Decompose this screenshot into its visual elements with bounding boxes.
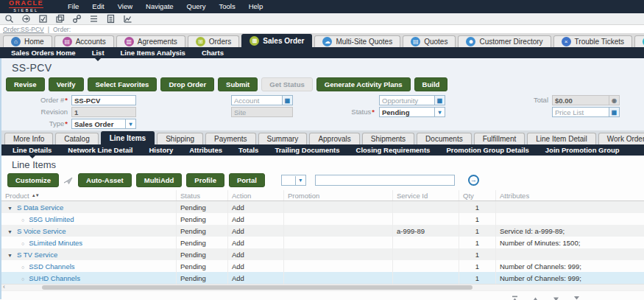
tab-line-items[interactable]: Line Items	[101, 131, 155, 144]
horizontal-scrollbar[interactable]: ‹	[1, 284, 644, 290]
nav-history[interactable]: History	[141, 144, 182, 156]
product-link[interactable]: SSD Channels	[29, 262, 74, 271]
nav-list[interactable]: List	[84, 47, 113, 58]
breadcrumb-order-link[interactable]: Order:SS-PCV	[3, 26, 44, 33]
next-record-icon[interactable]	[552, 296, 560, 300]
drop-order-button[interactable]: Drop Order	[160, 77, 214, 91]
tab-overflow[interactable]: →	[634, 35, 644, 47]
tab-payments[interactable]: Payments	[205, 133, 255, 144]
tab-sales-order[interactable]: ⊞Sales Order	[241, 34, 312, 47]
tab-documents[interactable]: Documents	[417, 133, 472, 144]
tab-summary[interactable]: Summary	[258, 133, 308, 144]
menu-help[interactable]: Help	[242, 0, 270, 13]
build-button[interactable]: Build	[414, 77, 448, 91]
expand-icon[interactable]	[5, 203, 17, 212]
nav-join-promotion-group[interactable]: Join Promotion Group	[537, 144, 628, 156]
price-list-field[interactable]: Price List	[552, 107, 620, 117]
chart-icon[interactable]	[123, 14, 132, 24]
menu-navigate[interactable]: Navigate	[139, 0, 180, 13]
account-field[interactable]: Account	[231, 95, 293, 105]
table-row[interactable]: SSD Channels Pending Add 1 Number of Cha…	[1, 260, 644, 272]
multiadd-button[interactable]: MultiAdd	[136, 173, 183, 187]
query-value-input[interactable]	[315, 175, 455, 186]
go-icon[interactable]	[21, 14, 31, 24]
product-link[interactable]: SUHD Channels	[29, 274, 80, 282]
tab-quotes[interactable]: ▤Quotes	[403, 35, 456, 47]
previous-record-icon[interactable]	[531, 296, 539, 300]
menu-file[interactable]: File	[61, 0, 85, 13]
copy-icon[interactable]	[55, 14, 65, 24]
column-status[interactable]: Status	[177, 190, 228, 200]
link-icon[interactable]	[72, 14, 82, 24]
opportunity-field[interactable]: Opportunity	[379, 95, 445, 105]
pick-icon[interactable]	[282, 96, 292, 105]
tab-fulfillment[interactable]: Fulfillment	[474, 133, 526, 144]
column-product[interactable]: Product▲▼	[1, 190, 177, 200]
pick-icon[interactable]	[434, 96, 445, 105]
product-link[interactable]: S Voice Service	[17, 227, 66, 235]
product-link[interactable]: S Data Service	[17, 203, 63, 212]
tab-multi-site-quotes[interactable]: ☁Multi-Site Quotes	[314, 35, 400, 47]
nav-charts[interactable]: Charts	[194, 47, 232, 58]
pick-icon[interactable]	[609, 108, 619, 116]
column-promotion[interactable]: Promotion	[284, 190, 393, 200]
list-icon[interactable]	[89, 14, 99, 24]
first-record-icon[interactable]	[511, 296, 519, 300]
expand-icon[interactable]	[5, 227, 17, 235]
type-dropdown[interactable]: Sales Order	[71, 119, 136, 129]
column-qty[interactable]: Qty	[459, 190, 496, 200]
tab-trouble-tickets[interactable]: ×Trouble Tickets	[553, 35, 632, 47]
status-dropdown[interactable]: Pending	[379, 107, 445, 117]
tab-more-info[interactable]: More Info	[4, 133, 53, 144]
submit-button[interactable]: Submit	[218, 77, 258, 91]
nav-line-details[interactable]: Line Details	[4, 144, 60, 156]
query-field-dropdown[interactable]	[281, 175, 306, 186]
customize-button[interactable]: Customize	[7, 173, 59, 187]
tab-home[interactable]: ⌂Home	[3, 35, 52, 47]
go-query-button[interactable]	[468, 175, 479, 186]
chevron-down-icon[interactable]	[295, 176, 305, 185]
tab-approvals[interactable]: Approvals	[309, 133, 359, 144]
portal-button[interactable]: Portal	[229, 173, 265, 187]
table-row[interactable]: S Voice Service Pending Add a-999-89 1 S…	[1, 225, 644, 237]
nav-promotion-group-details[interactable]: Promotion Group Details	[438, 144, 537, 156]
tab-shipments[interactable]: Shipments	[362, 133, 414, 144]
menu-edit[interactable]: Edit	[85, 0, 110, 13]
sort-icons[interactable]: ▲▼	[32, 193, 39, 198]
scrollbar-thumb[interactable]	[42, 285, 473, 290]
column-service-id[interactable]: Service Id	[393, 190, 459, 200]
profile-button[interactable]: Profile	[186, 173, 224, 187]
nav-closing-requirements[interactable]: Closing Requirements	[348, 144, 439, 156]
auto-asset-button[interactable]: Auto-Asset	[78, 173, 132, 187]
table-row[interactable]: SLimited Minutes Pending Add 1 Number of…	[1, 237, 644, 248]
nav-attributes[interactable]: Attributes	[181, 144, 230, 156]
order-number-field[interactable]: SS-PCV	[71, 95, 136, 105]
tab-agreements[interactable]: ▥Agreements	[116, 35, 185, 47]
saved-query-icon[interactable]	[38, 14, 48, 24]
generate-activity-plans-button[interactable]: Generate Activity Plans	[316, 77, 411, 91]
pin-icon[interactable]	[63, 176, 74, 185]
last-record-icon[interactable]	[573, 296, 581, 300]
table-row[interactable]: S5G Unlimited Pending Add 1	[1, 213, 644, 225]
menu-query[interactable]: Query	[180, 0, 213, 13]
menu-tools[interactable]: Tools	[212, 0, 241, 13]
tab-catalog[interactable]: Catalog	[55, 133, 98, 144]
column-attributes[interactable]: Attributes	[496, 190, 644, 200]
search-icon[interactable]	[4, 14, 14, 24]
product-link[interactable]: SLimited Minutes	[29, 239, 82, 247]
tab-customer-directory[interactable]: ☻Customer Directory	[458, 35, 551, 47]
column-action[interactable]: Action	[228, 190, 284, 200]
table-row-selected[interactable]: SUHD Channels Pending Add 1 Number of Ch…	[1, 272, 644, 284]
tab-shipping[interactable]: Shipping	[157, 133, 203, 144]
revise-button[interactable]: Revise	[6, 77, 45, 91]
tab-line-item-detail[interactable]: Line Item Detail	[527, 133, 595, 144]
product-link[interactable]: S5G Unlimited	[29, 215, 74, 223]
nav-totals[interactable]: Totals	[230, 144, 266, 156]
tab-orders[interactable]: ⊞Orders	[188, 35, 240, 47]
nav-sales-orders-home[interactable]: Sales Orders Home	[3, 47, 84, 58]
chevron-down-icon[interactable]	[434, 108, 445, 116]
verify-button[interactable]: Verify	[49, 77, 84, 91]
report-icon[interactable]	[106, 14, 116, 24]
chevron-down-icon[interactable]	[125, 119, 135, 128]
select-favorites-button[interactable]: Select Favorites	[88, 77, 158, 91]
